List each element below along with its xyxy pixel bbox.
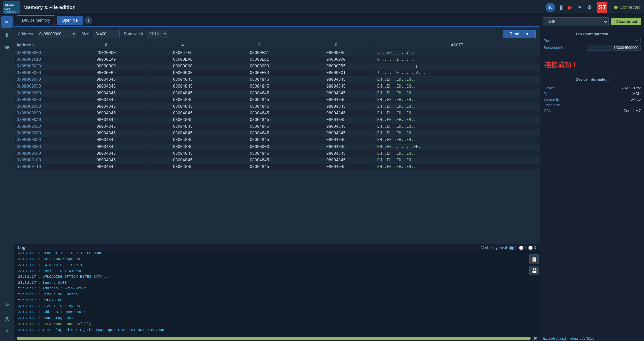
table-row: 0x08000040 08004845 08004845 08004845 08…: [14, 76, 540, 83]
cell-8: 08004845: [221, 150, 298, 157]
read-button[interactable]: Read ▼: [503, 30, 536, 38]
log-line: 23:32:17 : Size : 1024 Bytes: [18, 303, 536, 309]
tab-open-file-label: Open file: [62, 18, 78, 23]
cell-c: 08004845: [298, 76, 375, 83]
read-dropdown-arrow[interactable]: ▼: [523, 32, 529, 36]
col-c: C: [298, 41, 375, 50]
cell-0: 08004845: [68, 137, 145, 144]
cell-0: 08000EA9: [68, 56, 145, 63]
cell-ascii: EH..EH..EH..EH..: [374, 164, 540, 170]
cell-addr: 0x08000050: [14, 83, 68, 90]
cell-4: 08004845: [145, 137, 221, 144]
cell-4: 08004845: [145, 157, 221, 164]
log-content[interactable]: 23:32:02 : STM32CubeProgrammer API v2.2.…: [14, 252, 540, 335]
cell-4: 08004845: [145, 76, 221, 83]
cell-addr: 0x080000F0: [14, 150, 68, 157]
cell-4: 08004845: [145, 97, 221, 103]
sidebar-btn-download[interactable]: ⬇: [1, 29, 13, 41]
topbar: STM32 Cube Programmer Memory & File edit…: [0, 0, 644, 15]
table-row: 0x08000000 20020000 080047E9 08000EA1 08…: [14, 50, 540, 57]
stm32-logo: STM32 Cube Programmer: [3, 1, 20, 14]
verbosity-1-label[interactable]: 1: [509, 245, 517, 250]
verbosity-1-radio[interactable]: [509, 246, 514, 250]
cell-ascii: EH..EH..EH..EH..: [374, 97, 540, 103]
log-save-button[interactable]: 💾: [529, 266, 539, 275]
sidebar-btn-edit[interactable]: ✏: [1, 16, 13, 28]
verbosity-group: Verbosity level 1 2 3: [481, 245, 536, 250]
cell-0: 08004845: [68, 157, 145, 164]
progress-fill: [17, 337, 531, 340]
cell-c: 08004845: [298, 117, 375, 123]
data-width-select[interactable]: 8-bit 16-bit 32-bit: [147, 30, 168, 38]
cell-0: 08004845: [68, 76, 145, 83]
cell-ascii: EH..EH..EH..EH..: [374, 117, 540, 123]
asterisk-icon[interactable]: ❋: [587, 4, 592, 11]
cell-ascii: EH..EH..EH..EH..: [374, 157, 540, 164]
table-row: 0x08000030 08000EB9 00000000 08000EBD 08…: [14, 70, 540, 76]
size-label: Size: [81, 32, 89, 36]
progress-bar-wrap: ✖: [14, 335, 540, 341]
cell-c: 08004845: [298, 103, 375, 110]
size-input[interactable]: [93, 30, 120, 38]
cell-addr: 0x08000100: [14, 157, 68, 164]
bottom-link[interactable]: https://blog.csdn.net/qq_36375203: [540, 336, 644, 341]
cell-8: 08004845: [221, 130, 298, 137]
notification-icon[interactable]: 10: [546, 3, 555, 12]
sidebar-btn-settings[interactable]: ⚙: [1, 299, 13, 310]
tab-add-icon: +: [87, 18, 90, 23]
verbosity-2-radio[interactable]: [519, 246, 523, 250]
twitter-icon[interactable]: ✶: [577, 4, 582, 11]
disconnect-button[interactable]: Disconnect: [611, 18, 641, 25]
tab-bar: Device memory Open file +: [14, 15, 540, 27]
progress-close-button[interactable]: ✖: [533, 336, 537, 341]
cpu-value: Cortex-M7: [624, 109, 641, 113]
log-line: 23:32:17 : UPLOADING ...: [18, 298, 536, 304]
serial-number-label: Serial number: [544, 46, 567, 50]
usb-select[interactable]: USB: [543, 17, 609, 26]
right-panel: USB Disconnect USB configuration Port ▼ …: [540, 15, 644, 341]
progress-bar: [17, 337, 531, 340]
verbosity-3-radio[interactable]: [528, 246, 533, 250]
cell-4: 08004845: [145, 103, 221, 110]
sidebar-btn-help[interactable]: ?: [1, 327, 13, 338]
cell-ascii: EH..EH..EH..EH..: [374, 76, 540, 83]
verbosity-3-label[interactable]: 3: [528, 245, 536, 250]
cell-4: 08004845: [145, 150, 221, 157]
cell-4: 08004845: [145, 110, 221, 117]
svg-text:Programmer: Programmer: [4, 11, 18, 13]
verbosity-label: Verbosity level: [481, 245, 507, 250]
device-id-label: Device ID: [544, 97, 560, 101]
tab-open-file[interactable]: Open file: [57, 16, 83, 25]
cell-c: 08004845: [298, 150, 375, 157]
sidebar-btn-target[interactable]: ◎: [1, 313, 13, 324]
cell-addr: 0x08000040: [14, 76, 68, 83]
usb-config-section: USB configuration Port ▼ Serial number 1…: [540, 29, 644, 55]
tab-device-memory[interactable]: Device memory: [17, 15, 55, 25]
table-row: 0x080000E0 08004845 08004845 00000000 08…: [14, 144, 540, 150]
cell-ascii: ¹.......½.......À...: [374, 70, 540, 76]
cell-0: 08004845: [68, 164, 145, 170]
cell-addr: 0x08000080: [14, 103, 68, 110]
table-row: 0x080000F0 08004845 08004845 08004845 08…: [14, 150, 540, 157]
log-line: 23:32:17 : Size : 308 Bytes: [18, 292, 536, 298]
cell-addr: 0x080000A0: [14, 117, 68, 123]
verbosity-2-label[interactable]: 2: [519, 245, 527, 250]
memory-table-wrap[interactable]: Address 0 4 8 C ASCII 0x08000000 2002000…: [14, 41, 540, 244]
connection-status: Connected: [614, 5, 641, 10]
cell-addr: 0x08000010: [14, 56, 68, 63]
log-area: Log Verbosity level 1 2 3 23:32:02 :: [14, 244, 540, 341]
log-copy-button[interactable]: 📋: [529, 254, 539, 264]
cell-4: 080047E9: [145, 50, 221, 57]
table-row: 0x08000080 08004845 08004845 08004845 08…: [14, 103, 540, 110]
cell-addr: 0x08000020: [14, 63, 68, 70]
cell-c: 08004845: [298, 123, 375, 130]
cell-0: 08004845: [68, 110, 145, 117]
cell-8: 08004845: [221, 117, 298, 123]
tab-add-button[interactable]: +: [84, 16, 92, 24]
facebook-icon[interactable]: ▮: [560, 4, 563, 11]
st-brand-icon: ST: [597, 2, 607, 13]
youtube-icon[interactable]: ▶: [568, 4, 573, 11]
sidebar-btn-ob[interactable]: OB: [1, 42, 13, 53]
cell-addr: 0x080000D0: [14, 137, 68, 144]
cell-4: 08004845: [145, 117, 221, 123]
